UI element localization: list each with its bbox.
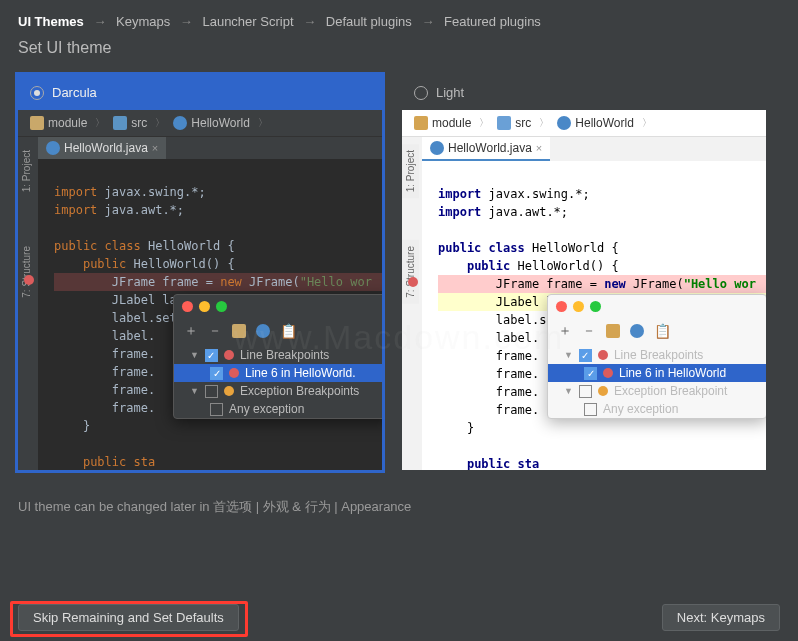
window-close-icon[interactable]	[182, 301, 193, 312]
chevron-right-icon: 〉	[479, 116, 489, 130]
checkbox-icon[interactable]	[579, 349, 592, 362]
folder-icon[interactable]	[232, 324, 246, 338]
chevron-right-icon: 〉	[642, 116, 652, 130]
wizard-breadcrumb: UI Themes → Keymaps → Launcher Script → …	[0, 0, 798, 35]
editor-tab[interactable]: HelloWorld.java ×	[422, 137, 550, 161]
radio-icon[interactable]	[414, 86, 428, 100]
tree-row[interactable]: ▼Line Breakpoints	[174, 346, 382, 364]
sidebar-tab-project[interactable]: 1: Project	[18, 144, 35, 198]
breadcrumb-step[interactable]: Launcher Script	[202, 14, 293, 29]
copy-icon[interactable]: 📋	[280, 323, 297, 339]
hint-text: UI theme can be changed later in 首选项 | 外…	[0, 470, 798, 524]
class-icon	[557, 116, 571, 130]
folder-icon[interactable]	[606, 324, 620, 338]
module-icon	[414, 116, 428, 130]
checkbox-icon[interactable]	[205, 349, 218, 362]
checkbox-icon[interactable]	[210, 403, 223, 416]
tree-row[interactable]: ▼Exception Breakpoints	[174, 382, 382, 400]
remove-icon[interactable]: －	[582, 322, 596, 340]
checkbox-icon[interactable]	[210, 367, 223, 380]
checkbox-icon[interactable]	[205, 385, 218, 398]
theme-preview-darcula: module〉 src〉 HelloWorld〉 1: Project 7: S…	[18, 110, 382, 470]
class-icon[interactable]	[630, 324, 644, 338]
theme-label: Light	[436, 85, 464, 100]
breakpoints-popup: ＋ － 📋 ▼Line Breakpoints Line 6 in HelloW…	[547, 294, 766, 419]
sidebar-tab-structure[interactable]: 7: Structure	[402, 240, 419, 304]
tree-row-selected[interactable]: Line 6 in HelloWorld	[548, 364, 766, 382]
window-zoom-icon[interactable]	[216, 301, 227, 312]
folder-icon	[113, 116, 127, 130]
chevron-right-icon: →	[303, 14, 316, 29]
chevron-right-icon: 〉	[539, 116, 549, 130]
chevron-right-icon: →	[421, 14, 434, 29]
checkbox-icon[interactable]	[584, 403, 597, 416]
breakpoint-icon	[598, 350, 608, 360]
sidebar-tab-structure[interactable]: 7: Structure	[18, 240, 35, 304]
tree-row-selected[interactable]: Line 6 in HelloWorld.	[174, 364, 382, 382]
breakpoint-icon	[224, 350, 234, 360]
chevron-right-icon: 〉	[95, 116, 105, 130]
breakpoint-icon[interactable]	[24, 275, 34, 285]
module-icon	[30, 116, 44, 130]
folder-icon	[497, 116, 511, 130]
remove-icon[interactable]: －	[208, 322, 222, 340]
window-zoom-icon[interactable]	[590, 301, 601, 312]
window-close-icon[interactable]	[556, 301, 567, 312]
next-button[interactable]: Next: Keymaps	[662, 604, 780, 631]
chevron-right-icon: 〉	[155, 116, 165, 130]
class-icon	[173, 116, 187, 130]
theme-label: Darcula	[52, 85, 97, 100]
breadcrumb-step[interactable]: Featured plugins	[444, 14, 541, 29]
breakpoints-popup: ＋ － 📋 ▼Line Breakpoints Line 6 in HelloW…	[173, 294, 382, 419]
page-title: Set UI theme	[0, 35, 798, 75]
tree-row[interactable]: ▼Exception Breakpoint	[548, 382, 766, 400]
copy-icon[interactable]: 📋	[654, 323, 671, 339]
editor-tab[interactable]: HelloWorld.java ×	[38, 137, 166, 159]
tree-row[interactable]: Any exception	[548, 400, 766, 418]
breakpoint-icon[interactable]	[408, 277, 418, 287]
close-icon[interactable]: ×	[536, 142, 542, 154]
tree-row[interactable]: ▼Line Breakpoints	[548, 346, 766, 364]
nav-breadcrumb: module〉 src〉 HelloWorld〉	[18, 110, 382, 137]
breadcrumb-step[interactable]: Default plugins	[326, 14, 412, 29]
breakpoint-icon	[229, 368, 239, 378]
window-minimize-icon[interactable]	[573, 301, 584, 312]
breakpoint-icon	[603, 368, 613, 378]
add-icon[interactable]: ＋	[184, 322, 198, 340]
add-icon[interactable]: ＋	[558, 322, 572, 340]
chevron-right-icon: 〉	[258, 116, 268, 130]
sidebar-tab-project[interactable]: 1: Project	[402, 144, 419, 198]
exception-icon	[598, 386, 608, 396]
tree-row[interactable]: Any exception	[174, 400, 382, 418]
chevron-right-icon: →	[93, 14, 106, 29]
class-icon	[46, 141, 60, 155]
checkbox-icon[interactable]	[584, 367, 597, 380]
class-icon	[430, 141, 444, 155]
chevron-right-icon: →	[180, 14, 193, 29]
checkbox-icon[interactable]	[579, 385, 592, 398]
window-minimize-icon[interactable]	[199, 301, 210, 312]
theme-option-darcula[interactable]: Darcula module〉 src〉 HelloWorld〉 1: Proj…	[18, 75, 382, 470]
chevron-down-icon: ▼	[190, 386, 199, 396]
skip-defaults-button[interactable]: Skip Remaining and Set Defaults	[18, 604, 239, 631]
chevron-down-icon: ▼	[564, 350, 573, 360]
breadcrumb-step[interactable]: Keymaps	[116, 14, 170, 29]
chevron-down-icon: ▼	[190, 350, 199, 360]
nav-breadcrumb: module〉 src〉 HelloWorld〉	[402, 110, 766, 137]
close-icon[interactable]: ×	[152, 142, 158, 154]
theme-preview-light: module〉 src〉 HelloWorld〉 1: Project 7: S…	[402, 110, 766, 470]
class-icon[interactable]	[256, 324, 270, 338]
theme-option-light[interactable]: Light module〉 src〉 HelloWorld〉 1: Projec…	[402, 75, 766, 470]
radio-icon[interactable]	[30, 86, 44, 100]
breadcrumb-step[interactable]: UI Themes	[18, 14, 84, 29]
chevron-down-icon: ▼	[564, 386, 573, 396]
exception-icon	[224, 386, 234, 396]
